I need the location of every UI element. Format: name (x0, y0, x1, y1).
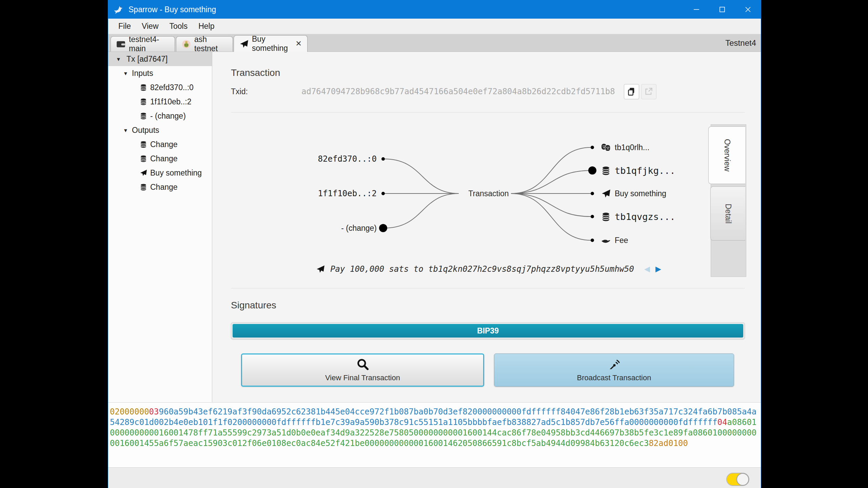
txid-label: Txid: (231, 87, 301, 96)
button-label: View Final Transaction (325, 373, 400, 382)
tab-buy-something[interactable]: Buy something ✕ (234, 35, 308, 52)
external-link-icon (645, 87, 653, 96)
diagram-output-1[interactable]: tb1qfjkg... (601, 165, 675, 176)
app-window: Sparrow - Buy something File View Tools … (108, 0, 761, 488)
diagram-output-3[interactable]: tb1qvgzs... (601, 211, 675, 222)
tree-item-label: Buy something (150, 168, 202, 178)
tab-label: testnet4-main (129, 35, 169, 53)
tree-item-output-3[interactable]: Change (108, 180, 212, 194)
diagram-input-1[interactable]: 1f1f10eb..:2 (318, 189, 377, 198)
tab-detail[interactable]: Detail (710, 186, 745, 241)
tree-item-label: Outputs (132, 126, 159, 135)
window-controls (684, 0, 761, 19)
payment-summary-text: Pay 100,000 sats to tb1q2kn027h2c9vs8sqj… (330, 264, 634, 274)
tab-ash-testnet[interactable]: ash testnet (176, 36, 233, 52)
signatures-heading: Signatures (231, 300, 276, 311)
chevron-down-icon[interactable]: ▼ (123, 127, 128, 133)
maximize-button[interactable] (709, 0, 735, 19)
hex-line: 54289c01d002b4e0eb101f1f0200000000fdffff… (110, 417, 761, 428)
transaction-tree: ▼ Tx [ad7647] ▼ Inputs 82efd370..:0 1f1f… (108, 52, 212, 402)
minimize-button[interactable] (684, 0, 709, 19)
coins-icon (601, 212, 611, 221)
tree-item-output-0[interactable]: Change (108, 137, 212, 151)
tree-item-label: Change (150, 183, 178, 192)
menu-tools[interactable]: Tools (164, 22, 193, 31)
network-label: Testnet4 (725, 34, 756, 52)
output-address-label: tb1qfjkg... (615, 165, 675, 176)
hex-dump[interactable]: 0200000003960a59b43ef6219af3f90da6952c62… (108, 402, 761, 467)
tab-testnet4-main[interactable]: testnet4-main (111, 36, 175, 52)
theater-masks-icon (601, 143, 611, 152)
ash-avatar-icon (182, 40, 191, 49)
divider (231, 288, 745, 288)
coins-icon (601, 166, 611, 175)
keystore-signature-bar[interactable]: BIP39 (233, 324, 743, 338)
diagram-output-fee[interactable]: Fee (601, 236, 628, 245)
tab-bar: testnet4-main ash testnet Buy something … (108, 34, 761, 52)
diagram-output-buy-something[interactable]: Buy something (601, 189, 666, 198)
tab-close-icon[interactable]: ✕ (296, 39, 302, 48)
tree-item-output-buy-something[interactable]: Buy something (108, 166, 212, 180)
transaction-diagram: 82efd370..:0 1f1f10eb..:2 - (change) Tra… (231, 120, 746, 265)
diagram-input-0[interactable]: 82efd370..:0 (318, 154, 377, 164)
coins-icon (140, 98, 147, 105)
coins-icon (140, 155, 147, 162)
tree-item-outputs[interactable]: ▼ Outputs (108, 123, 212, 137)
tree-item-tx[interactable]: ▼ Tx [ad7647] (108, 52, 212, 66)
chevron-down-icon[interactable]: ▼ (123, 70, 128, 76)
menu-help[interactable]: Help (193, 22, 220, 31)
send-icon (140, 169, 147, 177)
output-address-label: tb1qvgzs... (615, 211, 675, 222)
diagram-center-label: Transaction (468, 189, 509, 198)
menu-bar: File View Tools Help (108, 19, 761, 34)
tree-item-label: - (change) (150, 111, 186, 121)
tab-label: Buy something (252, 35, 292, 53)
send-icon (316, 265, 325, 273)
tree-item-label: Change (150, 154, 178, 163)
send-icon (239, 39, 249, 48)
magnifier-icon (356, 358, 369, 371)
txid-row: Txid: ad7647094728b968c9b77ad4547166a504… (231, 83, 745, 100)
copy-icon (627, 87, 635, 96)
tab-overview[interactable]: Overview (708, 126, 745, 184)
view-final-transaction-button[interactable]: View Final Transaction (241, 353, 484, 387)
coins-icon (140, 141, 147, 148)
wallet-icon (116, 40, 125, 49)
window-title: Sparrow - Buy something (129, 5, 216, 14)
tree-item-output-1[interactable]: Change (108, 151, 212, 166)
theme-toggle[interactable] (726, 473, 749, 486)
hex-line: 0016001455a6f57aeac15903c012f06e0108ec0a… (110, 438, 761, 449)
tree-item-inputs[interactable]: ▼ Inputs (108, 66, 212, 80)
hex-line: 0200000003960a59b43ef6219af3f90da6952c62… (110, 407, 761, 417)
broadcast-transaction-button[interactable]: Broadcast Transaction (494, 353, 734, 387)
open-external-button (641, 84, 656, 99)
tree-item-input-0[interactable]: 82efd370..:0 (108, 80, 212, 95)
tree-item-label: Tx [ad7647] (126, 55, 167, 64)
sparrow-logo-icon (113, 4, 124, 15)
close-button[interactable] (735, 0, 761, 19)
menu-file[interactable]: File (113, 22, 136, 31)
menu-view[interactable]: View (136, 22, 164, 31)
tree-item-label: 1f1f10eb..:2 (150, 97, 192, 106)
txid-value[interactable]: ad7647094728b968c9b77ad4547166a504e0ef72… (301, 87, 615, 96)
tree-item-input-change[interactable]: - (change) (108, 109, 212, 123)
next-payment-arrow-icon[interactable]: ▶ (655, 265, 661, 273)
hex-line: 000000000016001478ff71a55599c2973a51d0b0… (110, 428, 761, 438)
tree-item-label: Change (150, 140, 178, 149)
title-bar[interactable]: Sparrow - Buy something (108, 0, 761, 19)
diagram-input-change[interactable]: - (change) (341, 224, 377, 233)
theme-toggle-knob[interactable] (736, 473, 749, 486)
coins-icon (140, 183, 147, 191)
chevron-down-icon[interactable]: ▼ (116, 56, 121, 62)
side-tab-strip: Overview Detail (711, 124, 746, 277)
payment-summary-row: Pay 100,000 sats to tb1q2kn027h2c9vs8sqj… (231, 262, 746, 276)
copy-txid-button[interactable] (624, 84, 639, 99)
broadcast-icon (608, 358, 620, 371)
tree-item-label: 82efd370..:0 (150, 83, 194, 92)
button-label: Broadcast Transaction (577, 373, 651, 382)
tree-item-input-1[interactable]: 1f1f10eb..:2 (108, 95, 212, 109)
signature-progress: BIP39 (231, 322, 745, 339)
status-bar (108, 467, 761, 488)
diagram-output-0[interactable]: tb1q0rlh... (601, 143, 649, 152)
fee-hand-icon (601, 236, 611, 245)
